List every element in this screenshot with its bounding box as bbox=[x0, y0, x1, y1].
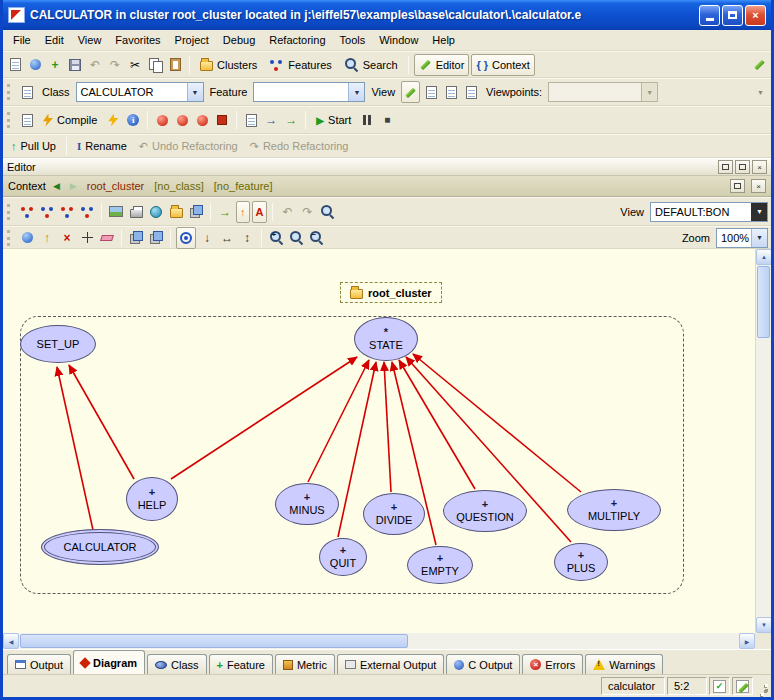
new-cluster-button[interactable] bbox=[167, 203, 185, 220]
menu-debug[interactable]: Debug bbox=[216, 31, 262, 49]
redo-refactoring-button[interactable]: ↷ Redo Refactoring bbox=[245, 135, 354, 157]
tab-errors[interactable]: × Errors bbox=[522, 654, 583, 674]
new-tab-view-button[interactable] bbox=[422, 84, 440, 101]
save-button[interactable] bbox=[66, 56, 84, 73]
vertical-scrollbar[interactable]: ▲ ▼ bbox=[755, 249, 771, 633]
clusters-button[interactable]: Clusters bbox=[195, 54, 262, 76]
viewpoints-combobox[interactable]: ▼ bbox=[548, 82, 658, 102]
class-combobox[interactable]: CALCULATOR ▼ bbox=[76, 82, 204, 102]
maximize-button[interactable] bbox=[722, 5, 743, 26]
class-node-plus[interactable]: +PLUS bbox=[554, 543, 608, 581]
maximize-context-button[interactable] bbox=[730, 179, 745, 193]
class-node-help[interactable]: +HELP bbox=[126, 477, 178, 521]
zoom-out-button[interactable]: − bbox=[307, 229, 325, 246]
maximize-panel-button[interactable] bbox=[735, 160, 750, 174]
class-node-calculator[interactable]: CALCULATOR bbox=[41, 529, 159, 565]
menu-file[interactable]: File bbox=[6, 31, 38, 49]
tab-metric[interactable]: Metric bbox=[275, 654, 335, 674]
vertical-scroll-thumb[interactable] bbox=[757, 266, 770, 338]
toolbar-overflow-button[interactable]: ▼ bbox=[753, 89, 768, 96]
center-diagram-button[interactable]: ↑ bbox=[38, 229, 56, 246]
print-diagram-button[interactable] bbox=[127, 203, 145, 220]
feature-combobox-dropdown[interactable]: ▼ bbox=[348, 83, 364, 101]
project-info-button[interactable]: i bbox=[124, 112, 142, 129]
history-back-button[interactable]: ◀ bbox=[50, 180, 63, 192]
scroll-right-button[interactable]: ▶ bbox=[739, 633, 755, 649]
supplier-links-button[interactable] bbox=[58, 203, 76, 220]
undo-diagram-button[interactable]: ↶ bbox=[278, 203, 296, 220]
menu-tools[interactable]: Tools bbox=[333, 31, 373, 49]
class-node-set_up[interactable]: SET_UP bbox=[20, 325, 96, 363]
scroll-left-button[interactable]: ◀ bbox=[3, 633, 19, 649]
editor-toggle-button[interactable]: Editor bbox=[414, 54, 470, 76]
eraser-button[interactable] bbox=[98, 229, 116, 246]
history-forward-button[interactable]: ▶ bbox=[67, 180, 80, 192]
menu-project[interactable]: Project bbox=[168, 31, 216, 49]
class-node-divide[interactable]: +DIVIDE bbox=[363, 493, 425, 535]
class-node-question[interactable]: +QUESTION bbox=[443, 490, 527, 532]
tab-feature[interactable]: + Feature bbox=[209, 654, 273, 674]
class-node-empty[interactable]: +EMPTY bbox=[407, 546, 473, 584]
minimize-button[interactable] bbox=[699, 5, 720, 26]
freeze-button[interactable] bbox=[104, 112, 122, 129]
search-button[interactable]: Search bbox=[339, 54, 403, 76]
menu-window[interactable]: Window bbox=[372, 31, 425, 49]
center-class-button[interactable]: ↑ bbox=[236, 201, 250, 223]
cluster-view-button[interactable] bbox=[187, 203, 205, 220]
context-toggle-button[interactable]: { } Context bbox=[471, 54, 535, 76]
horizontal-links-button[interactable]: ↔ bbox=[218, 229, 236, 246]
feature-combobox[interactable]: ▼ bbox=[253, 82, 365, 102]
fit-to-window-button[interactable] bbox=[287, 229, 305, 246]
editor-view-button[interactable] bbox=[401, 81, 420, 103]
new-window-button[interactable] bbox=[6, 56, 24, 73]
paste-button[interactable] bbox=[166, 56, 184, 73]
stop-application-button[interactable]: ■ bbox=[378, 112, 396, 129]
vertical-scroll-track[interactable] bbox=[756, 339, 771, 617]
add-link-button[interactable]: → bbox=[216, 203, 234, 220]
horizontal-scrollbar[interactable]: ◀ ▶ bbox=[3, 633, 755, 649]
redo-button[interactable]: ↷ bbox=[106, 56, 124, 73]
export-image-button[interactable] bbox=[107, 203, 125, 220]
force-layout-button[interactable] bbox=[176, 227, 196, 249]
zoom-combobox[interactable]: 100% ▼ bbox=[716, 228, 768, 248]
features-button[interactable]: Features bbox=[264, 54, 336, 76]
tab-c-output[interactable]: C Output bbox=[446, 654, 520, 674]
vertical-links-button[interactable]: ↕ bbox=[238, 229, 256, 246]
open-button[interactable] bbox=[26, 56, 44, 73]
tab-diagram[interactable]: Diagram bbox=[73, 650, 145, 674]
client-links-button[interactable] bbox=[78, 203, 96, 220]
horizontal-scroll-thumb[interactable] bbox=[20, 634, 408, 648]
debug-ignore-breakpoints-button[interactable] bbox=[193, 112, 211, 129]
toolbar-grip[interactable] bbox=[7, 230, 13, 246]
zoom-in-button[interactable]: + bbox=[267, 229, 285, 246]
toolbar-grip[interactable] bbox=[7, 204, 13, 220]
horizontal-scroll-track[interactable] bbox=[409, 633, 739, 649]
diagram-view-dropdown[interactable]: ▼ bbox=[751, 203, 767, 221]
contract-view-button[interactable] bbox=[462, 84, 480, 101]
diagram-view-combobox[interactable]: DEFAULT:BON ▼ bbox=[650, 202, 768, 222]
class-tool-button[interactable] bbox=[18, 203, 36, 220]
debug-stop-button[interactable] bbox=[213, 112, 231, 129]
send-to-back-button[interactable] bbox=[147, 229, 165, 246]
menu-favorites[interactable]: Favorites bbox=[108, 31, 167, 49]
pull-up-button[interactable]: ↑ Pull Up bbox=[6, 135, 61, 157]
web-export-button[interactable] bbox=[147, 203, 165, 220]
add-button[interactable]: + bbox=[46, 56, 64, 73]
menu-refactoring[interactable]: Refactoring bbox=[262, 31, 332, 49]
undo-refactoring-button[interactable]: ↶ Undo Refactoring bbox=[134, 135, 243, 157]
project-settings-button[interactable] bbox=[18, 112, 36, 129]
class-node-quit[interactable]: +QUIT bbox=[319, 538, 367, 576]
flat-view-button[interactable] bbox=[442, 84, 460, 101]
sort-button[interactable]: ↓ bbox=[198, 229, 216, 246]
cut-button[interactable]: ✂ bbox=[126, 56, 144, 73]
cluster-tool-button[interactable] bbox=[38, 203, 56, 220]
close-button[interactable]: × bbox=[745, 5, 766, 26]
quality-toggle-button[interactable] bbox=[18, 229, 36, 246]
anchor-button[interactable] bbox=[78, 229, 96, 246]
class-combobox-dropdown[interactable]: ▼ bbox=[187, 83, 203, 101]
scroll-down-button[interactable]: ▼ bbox=[756, 617, 772, 633]
start-button[interactable]: ▶ Start bbox=[311, 109, 356, 131]
compile-button[interactable]: Compile bbox=[38, 109, 102, 131]
step-into-button[interactable] bbox=[242, 112, 260, 129]
context-cluster[interactable]: root_cluster bbox=[84, 180, 147, 192]
